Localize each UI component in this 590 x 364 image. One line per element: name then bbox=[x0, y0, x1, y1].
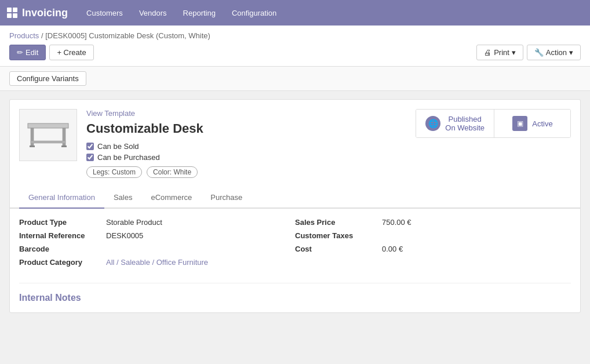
action-chevron-icon: ▾ bbox=[569, 48, 573, 57]
product-image[interactable] bbox=[19, 109, 77, 161]
app-logo[interactable]: Invoicing bbox=[7, 7, 68, 19]
svg-rect-3 bbox=[31, 141, 65, 143]
status-buttons: 🌐 Published On Website ▣ Active bbox=[416, 109, 571, 138]
product-header-left: View Template Customizable Desk Can be S… bbox=[19, 109, 416, 178]
barcode-row: Barcode bbox=[19, 245, 272, 253]
menu-item-reporting[interactable]: Reporting bbox=[176, 9, 223, 17]
print-icon: 🖨 bbox=[484, 48, 491, 57]
top-menu: Customers Vendors Reporting Configuratio… bbox=[79, 9, 283, 17]
configure-variants-bar: Configure Variants bbox=[0, 67, 590, 91]
tab-ecommerce[interactable]: eCommerce bbox=[141, 187, 201, 209]
top-navigation: Invoicing Customers Vendors Reporting Co… bbox=[0, 0, 590, 26]
sales-price-row: Sales Price 750.00 € bbox=[295, 218, 548, 227]
general-info-form: Product Type Storable Product Internal R… bbox=[19, 218, 571, 271]
app-title: Invoicing bbox=[22, 7, 68, 19]
barcode-label: Barcode bbox=[19, 245, 106, 253]
product-info: View Template Customizable Desk Can be S… bbox=[86, 109, 416, 178]
product-header: View Template Customizable Desk Can be S… bbox=[19, 109, 571, 178]
customer-taxes-row: Customer Taxes bbox=[295, 231, 548, 240]
product-category-row: Product Category All / Saleable / Office… bbox=[19, 258, 272, 267]
view-template-link[interactable]: View Template bbox=[86, 109, 416, 118]
published-status-button[interactable]: 🌐 Published On Website bbox=[416, 110, 494, 137]
breadcrumb-separator: / bbox=[41, 31, 43, 40]
cost-row: Cost 0.00 € bbox=[295, 245, 548, 253]
variant-tag-legs[interactable]: Legs: Custom bbox=[86, 166, 142, 178]
main-content: View Template Customizable Desk Can be S… bbox=[0, 91, 590, 321]
customer-taxes-label: Customer Taxes bbox=[295, 231, 382, 240]
print-chevron-icon: ▾ bbox=[512, 48, 516, 57]
can-be-sold-row: Can be Sold bbox=[86, 142, 416, 151]
form-left-column: Product Type Storable Product Internal R… bbox=[19, 218, 295, 271]
action-wrench-icon: 🔧 bbox=[534, 48, 544, 57]
internal-reference-label: Internal Reference bbox=[19, 231, 106, 240]
cost-value: 0.00 € bbox=[382, 245, 403, 253]
tab-purchase[interactable]: Purchase bbox=[201, 187, 252, 209]
variant-tags: Legs: Custom Color: White bbox=[86, 166, 416, 178]
product-title: Customizable Desk bbox=[86, 121, 416, 136]
edit-icon: ✏ bbox=[17, 48, 23, 57]
can-be-purchased-row: Can be Purchased bbox=[86, 153, 416, 162]
desk-image-svg bbox=[25, 115, 71, 155]
can-be-sold-label: Can be Sold bbox=[97, 142, 139, 151]
menu-item-vendors[interactable]: Vendors bbox=[132, 9, 174, 17]
sales-price-value: 750.00 € bbox=[382, 218, 411, 227]
right-actions: 🖨 Print ▾ 🔧 Action ▾ bbox=[476, 45, 581, 60]
product-category-label: Product Category bbox=[19, 258, 106, 267]
menu-item-customers[interactable]: Customers bbox=[79, 9, 130, 17]
sales-price-label: Sales Price bbox=[295, 218, 382, 227]
svg-rect-0 bbox=[28, 123, 68, 128]
can-be-sold-checkbox[interactable] bbox=[86, 143, 94, 150]
svg-rect-5 bbox=[61, 145, 67, 147]
product-category-link[interactable]: All / Saleable / Office Furniture bbox=[106, 258, 208, 267]
left-actions: ✏ Edit + Create bbox=[9, 45, 94, 60]
product-card: View Template Customizable Desk Can be S… bbox=[9, 99, 581, 313]
menu-item-configuration[interactable]: Configuration bbox=[225, 9, 283, 17]
svg-rect-4 bbox=[30, 145, 35, 147]
active-status-button[interactable]: ▣ Active bbox=[495, 110, 570, 137]
internal-reference-value: DESK0005 bbox=[106, 231, 143, 240]
product-category-value: All / Saleable / Office Furniture bbox=[106, 258, 208, 267]
can-be-purchased-label: Can be Purchased bbox=[97, 153, 160, 162]
internal-reference-row: Internal Reference DESK0005 bbox=[19, 231, 272, 240]
check-icon: ▣ bbox=[512, 116, 527, 131]
grid-icon bbox=[7, 8, 17, 18]
form-right-column: Sales Price 750.00 € Customer Taxes Cost… bbox=[295, 218, 571, 271]
breadcrumb: Products / [DESK0005] Customizable Desk … bbox=[9, 31, 581, 40]
edit-button[interactable]: ✏ Edit bbox=[9, 45, 46, 60]
configure-variants-button[interactable]: Configure Variants bbox=[9, 71, 86, 86]
tab-general-information[interactable]: General Information bbox=[19, 187, 104, 209]
product-type-row: Product Type Storable Product bbox=[19, 218, 272, 227]
action-button[interactable]: 🔧 Action ▾ bbox=[527, 45, 581, 60]
published-status-text: Published On Website bbox=[445, 115, 485, 132]
page-actions: ✏ Edit + Create 🖨 Print ▾ 🔧 Action ▾ bbox=[9, 45, 581, 60]
create-button[interactable]: + Create bbox=[49, 45, 93, 60]
can-be-purchased-checkbox[interactable] bbox=[86, 154, 94, 161]
product-type-value: Storable Product bbox=[106, 218, 162, 227]
breadcrumb-parent[interactable]: Products bbox=[9, 31, 39, 40]
tab-sales[interactable]: Sales bbox=[104, 187, 142, 209]
variant-tag-color[interactable]: Color: White bbox=[147, 166, 198, 178]
page-header: Products / [DESK0005] Customizable Desk … bbox=[0, 26, 590, 67]
globe-icon: 🌐 bbox=[425, 116, 440, 131]
internal-notes-section-title: Internal Notes bbox=[19, 283, 571, 303]
cost-label: Cost bbox=[295, 245, 382, 253]
product-type-label: Product Type bbox=[19, 218, 106, 227]
product-tabs: General Information Sales eCommerce Purc… bbox=[10, 187, 580, 209]
print-button[interactable]: 🖨 Print ▾ bbox=[476, 45, 523, 60]
breadcrumb-current: [DESK0005] Customizable Desk (Custom, Wh… bbox=[45, 31, 210, 40]
active-status-text: Active bbox=[532, 119, 552, 128]
